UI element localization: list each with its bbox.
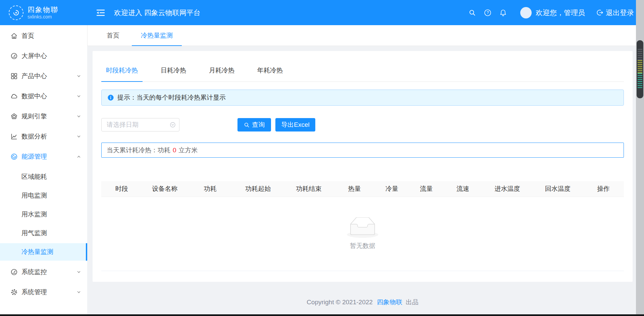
sidebar-subitem-coldheat[interactable]: 冷热量监测 [0, 243, 87, 261]
cloud-icon [10, 92, 18, 100]
column-header: 设备名称 [142, 185, 188, 193]
product-grid-icon [10, 72, 18, 80]
sidebar-item-home[interactable]: 首页 [0, 26, 87, 46]
app-root: 四象物聯 sxlinks.com 欢迎进入 四象云物联网平台 ? 欢迎您，管理员… [0, 0, 644, 316]
chevron-down-icon [76, 134, 81, 139]
user-avatar[interactable] [520, 7, 532, 18]
sidebar-subitem-label: 冷热量监测 [21, 248, 53, 256]
data-table: 时段 设备名称 功耗 功耗起始 功耗结束 热量 冷量 流量 流速 进水温度 回水… [101, 181, 624, 271]
column-header: 时段 [101, 185, 142, 193]
window-bottom-edge [0, 314, 644, 316]
query-button-label: 查询 [252, 120, 265, 129]
logo-text: 四象物聯 sxlinks.com [28, 6, 58, 19]
query-button[interactable]: 查询 [237, 118, 271, 131]
query-toolbar: 查询 导出Excel [101, 118, 624, 131]
chevron-down-icon [76, 290, 81, 295]
logout-label: 退出登录 [606, 8, 634, 17]
help-icon[interactable]: ? [484, 9, 491, 16]
column-header: 热量 [334, 185, 375, 193]
info-icon [107, 94, 114, 101]
logo-subtitle: sxlinks.com [28, 14, 58, 19]
scrollbar-track[interactable] [636, 0, 644, 316]
summary-suffix: 立方米 [179, 146, 198, 155]
empty-box-icon [346, 217, 379, 239]
sidebar-item-label: 产品中心 [21, 72, 47, 81]
page-tab-label: 冷热量监测 [141, 31, 173, 40]
top-header: 四象物聯 sxlinks.com 欢迎进入 四象云物联网平台 ? 欢迎您，管理员… [0, 0, 644, 25]
column-header: 冷量 [375, 185, 409, 193]
inner-tabs: 时段耗冷热 日耗冷热 月耗冷热 年耗冷热 [101, 59, 624, 82]
tab-daily-coldheat[interactable]: 日耗冷热 [156, 59, 191, 82]
bell-icon[interactable] [499, 9, 507, 16]
page-tab-label: 首页 [107, 31, 119, 40]
sidebar-item-data-analysis[interactable]: 数据分析 [0, 126, 87, 147]
sidebar-item-label: 数据分析 [21, 132, 47, 141]
sidebar-subitem-electric[interactable]: 用电监测 [0, 187, 87, 204]
sidebar-item-datacenter[interactable]: 数据中心 [0, 86, 87, 106]
header-actions: ? 欢迎您，管理员 退出登录 [461, 7, 644, 18]
summary-prefix: 当天累计耗冷热：功耗 [107, 146, 170, 155]
chevron-down-icon [76, 114, 81, 119]
chevron-down-icon [76, 74, 81, 78]
summary-box: 当天累计耗冷热：功耗 0 立方米 [101, 143, 624, 158]
empty-text: 暂无数据 [350, 242, 375, 250]
page-tab-coldheat[interactable]: 冷热量监测 [132, 25, 182, 46]
sidebar-item-label: 能源管理 [21, 152, 47, 161]
logout-icon [596, 9, 603, 16]
page-tabbar: 首页 冷热量监测 [87, 25, 636, 46]
scroll-marks-gray [638, 49, 642, 60]
tab-label: 时段耗冷热 [106, 66, 138, 75]
sidebar-subitem-region-energy[interactable]: 区域能耗 [0, 168, 87, 186]
tab-period-coldheat[interactable]: 时段耗冷热 [101, 59, 143, 82]
scrollbar-thumb[interactable] [637, 40, 643, 98]
brand-logo: 四象物聯 sxlinks.com [0, 5, 87, 20]
chevron-down-icon [76, 94, 81, 99]
sidebar-item-bigscreen[interactable]: 大屏中心 [0, 46, 87, 66]
tab-monthly-coldheat[interactable]: 月耗冷热 [204, 59, 239, 82]
column-header: 功耗结束 [283, 185, 334, 193]
sidebar-subitem-gas[interactable]: 用气监测 [0, 224, 87, 242]
sidebar-subitem-water[interactable]: 用水监测 [0, 206, 87, 223]
home-icon [10, 32, 18, 40]
logout-button[interactable]: 退出登录 [596, 8, 634, 17]
column-header: 回水温度 [532, 185, 583, 193]
page-footer: Copyright © 2021-2022 四象物联 出品 [93, 282, 633, 307]
sidebar-menu: 首页 大屏中心 产品中心 数据中心 [0, 25, 87, 302]
sidebar-item-energy[interactable]: 能源管理 [0, 147, 87, 167]
scroll-marks-yellow [638, 60, 642, 73]
table-empty-state: 暂无数据 [101, 197, 624, 271]
sidebar: 首页 大屏中心 产品中心 数据中心 [0, 25, 87, 314]
gear-icon [10, 288, 18, 296]
page-tab-home[interactable]: 首页 [98, 25, 128, 46]
column-header: 功耗起始 [233, 185, 283, 193]
export-excel-button[interactable]: 导出Excel [275, 118, 315, 131]
date-input[interactable] [102, 121, 189, 128]
tab-label: 月耗冷热 [209, 66, 234, 75]
sidebar-item-system-monitor[interactable]: 系统监控 [0, 262, 87, 282]
search-icon[interactable] [469, 9, 476, 16]
tab-label: 日耗冷热 [161, 66, 186, 75]
sidebar-item-label: 数据中心 [21, 92, 47, 101]
sidebar-item-label: 系统监控 [21, 268, 47, 276]
sidebar-item-system-manage[interactable]: 系统管理 [0, 282, 87, 302]
column-header: 流量 [409, 185, 444, 193]
export-button-label: 导出Excel [281, 120, 309, 129]
brand-link[interactable]: 四象物联 [377, 299, 402, 306]
sidebar-subitem-label: 用气监测 [21, 229, 47, 238]
monitor-icon [10, 268, 18, 276]
tab-yearly-coldheat[interactable]: 年耗冷热 [253, 59, 287, 82]
sidebar-subitem-label: 用电监测 [21, 191, 47, 200]
sidebar-item-rule-engine[interactable]: 规则引擎 [0, 106, 87, 126]
content-area: 时段耗冷热 日耗冷热 月耗冷热 年耗冷热 提示：当天的每个时段耗冷热累计显示 [87, 46, 636, 316]
menu-fold-icon[interactable] [96, 8, 106, 17]
energy-icon [10, 153, 18, 161]
main-card: 时段耗冷热 日耗冷热 月耗冷热 年耗冷热 提示：当天的每个时段耗冷热累计显示 [93, 51, 633, 282]
dashboard-icon [10, 52, 18, 60]
rule-engine-icon [10, 112, 18, 120]
welcome-text: 欢迎进入 四象云物联网平台 [114, 8, 201, 17]
table-header-row: 时段 设备名称 功耗 功耗起始 功耗结束 热量 冷量 流量 流速 进水温度 回水… [101, 181, 624, 197]
chevron-down-icon [76, 270, 81, 274]
column-header: 流速 [443, 185, 482, 193]
sidebar-item-product[interactable]: 产品中心 [0, 66, 87, 86]
user-greeting: 欢迎您，管理员 [536, 8, 585, 17]
